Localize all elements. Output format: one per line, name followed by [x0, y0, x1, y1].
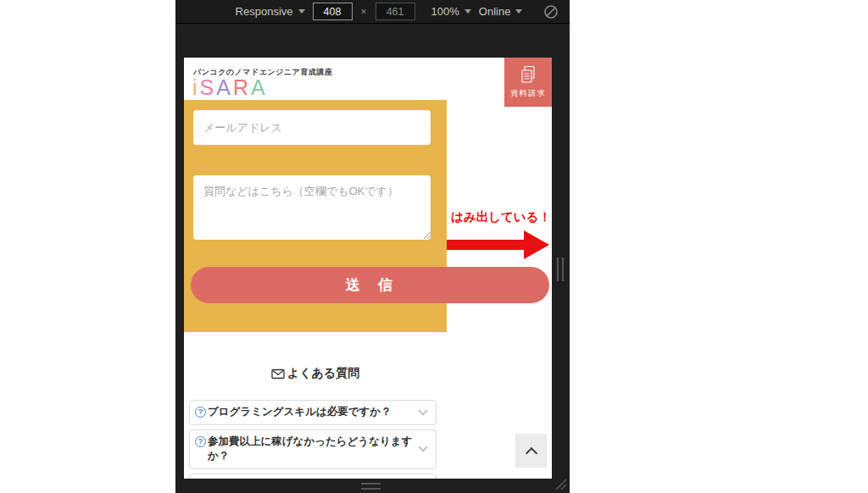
zoom-level-label: 100%: [431, 5, 459, 18]
network-throttle-label: Online: [479, 5, 511, 18]
submit-button[interactable]: 送 信: [191, 267, 549, 303]
faq-heading: よくある質問: [184, 366, 447, 381]
mail-icon: [271, 368, 285, 379]
email-field[interactable]: [193, 110, 431, 145]
devtools-toolbar: Responsive × 100% Online: [175, 0, 570, 24]
faq-item[interactable]: ?参加費以上に稼げなかったらどうなりますか？: [189, 429, 437, 469]
device-mode-select[interactable]: Responsive: [236, 5, 305, 18]
logo-letter: S: [200, 75, 217, 99]
faq-item-label: 参加費以上に稼げなかったらどうなりますか？: [208, 435, 414, 464]
chevron-up-icon: [525, 446, 537, 458]
logo[interactable]: iSARA: [192, 75, 268, 100]
question-field[interactable]: [193, 175, 431, 240]
rotate-viewport-button[interactable]: [543, 4, 559, 19]
faq-item-label: 滞在中の宿泊先はどうなりますか？: [208, 479, 380, 479]
chevron-down-icon: [515, 9, 522, 14]
chevron-down-icon: [418, 406, 427, 415]
rotate-disabled-icon: [543, 4, 559, 19]
faq-item[interactable]: ?プログラミングスキルは必要ですか？: [189, 400, 437, 425]
zoom-select[interactable]: 100%: [431, 5, 471, 18]
chevron-down-icon: [465, 9, 471, 14]
logo-letter: A: [251, 75, 268, 99]
faq-heading-label: よくある質問: [287, 366, 359, 381]
document-request-badge[interactable]: 資料請求: [504, 58, 552, 107]
logo-letter: i: [192, 75, 200, 99]
chevron-down-icon: [418, 442, 427, 451]
faq-item-label: プログラミングスキルは必要ですか？: [208, 405, 392, 420]
logo-letter: A: [216, 75, 233, 99]
question-circle-icon: ?: [195, 407, 206, 418]
overflow-annotation-text: はみ出している！: [451, 209, 551, 225]
question-circle-icon: ?: [195, 436, 206, 447]
frame-resize-handle-corner[interactable]: [553, 476, 568, 490]
faq-list: ?プログラミングスキルは必要ですか？?参加費以上に稼げなかったらどうなりますか？…: [189, 400, 437, 479]
dimension-separator: ×: [360, 6, 368, 18]
badge-label: 資料請求: [510, 88, 546, 99]
network-throttle-select[interactable]: Online: [479, 5, 523, 18]
faq-item[interactable]: ?滞在中の宿泊先はどうなりますか？: [189, 474, 437, 479]
device-frame: Responsive × 100% Online バンコクのノマドエンジニア育成…: [175, 0, 570, 493]
frame-resize-handle-bottom[interactable]: [361, 483, 381, 490]
device-mode-label: Responsive: [236, 5, 293, 18]
overflow-arrow-icon: [447, 230, 550, 260]
chevron-down-icon: [298, 9, 305, 14]
frame-resize-handle-right[interactable]: [557, 258, 564, 281]
document-icon: [519, 65, 537, 85]
viewport-height-input[interactable]: [376, 3, 415, 20]
page-viewport: バンコクのノマドエンジニア育成講座 iSARA 資料請求 はみ出している！: [184, 58, 552, 479]
logo-letter: R: [233, 75, 251, 99]
viewport-width-input[interactable]: [313, 3, 353, 20]
scroll-to-top-button[interactable]: [515, 434, 547, 468]
